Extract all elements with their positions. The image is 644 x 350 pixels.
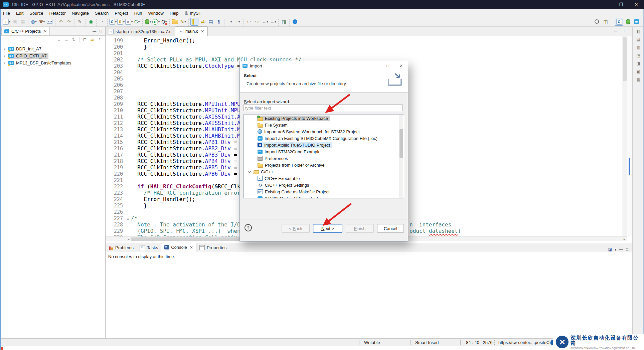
project-row[interactable]: IDEMP13_BSP_BasicTemplates xyxy=(0,59,105,66)
bookmarks-view-icon[interactable]: ▣ xyxy=(635,68,642,75)
dropdown-caret-icon[interactable]: ▾ xyxy=(150,20,151,23)
dropdown-caret-icon[interactable]: ▾ xyxy=(138,20,140,23)
editor-tab-main.c[interactable]: cmain.c✕ xyxy=(175,26,208,36)
maximize-editor-icon[interactable]: □ xyxy=(622,29,624,33)
dropdown-caret-icon[interactable]: ▾ xyxy=(267,20,268,23)
new-c-project-icon[interactable]: C▾ xyxy=(109,18,117,25)
show-whitespace-icon[interactable]: ¶ xyxy=(215,18,222,25)
dropdown-caret-icon[interactable]: ▾ xyxy=(9,20,10,23)
new-c-file-icon[interactable]: c▾ xyxy=(125,18,133,25)
include-browser-icon[interactable]: ▥ xyxy=(635,44,642,51)
chevron-right-icon[interactable] xyxy=(2,47,6,51)
wizard-list-scrollbar[interactable] xyxy=(399,115,404,198)
menu-item-run[interactable]: Run xyxy=(131,9,145,17)
link-editor-icon[interactable]: ⇄ xyxy=(199,18,206,25)
status-url[interactable]: https://sw-center....positeConte xyxy=(498,339,558,346)
filter-input[interactable] xyxy=(243,105,403,111)
save-icon[interactable]: ▣ xyxy=(11,18,18,25)
next-annotation-icon[interactable]: ↓▾ xyxy=(226,18,233,25)
next-button[interactable]: Next > xyxy=(313,224,342,233)
wizard-item[interactable]: C++Existing Code as Makefile Project xyxy=(244,188,404,195)
close-icon[interactable]: ✕ xyxy=(201,29,204,34)
forward-icon[interactable]: →▾ xyxy=(269,18,277,25)
build-binary-icon[interactable]: 010 xyxy=(46,18,53,25)
tab-console[interactable]: Console✕ xyxy=(161,243,196,252)
project-row[interactable]: IDEGPIO_EXTI_A7 xyxy=(0,52,105,59)
external-tools-icon[interactable]: ✎▾ xyxy=(179,18,187,25)
new-wizard-icon[interactable]: +▾ xyxy=(3,18,10,25)
menu-item-edit[interactable]: Edit xyxy=(13,9,26,17)
maximize-panel-icon[interactable]: □ xyxy=(626,247,628,252)
chevron-down-icon[interactable] xyxy=(248,170,251,173)
debug-icon[interactable]: ▾ xyxy=(144,18,152,25)
mx-perspective-icon[interactable]: MX xyxy=(633,18,640,25)
dropdown-caret-icon[interactable]: ▾ xyxy=(115,20,117,23)
dropdown-caret-icon[interactable]: ▾ xyxy=(158,20,160,23)
last-edit-location-icon[interactable]: ↩ xyxy=(245,18,253,25)
pin-editor-icon[interactable]: ◨ xyxy=(280,18,288,25)
wizard-item[interactable]: Import ac6 System Workbench for STM32 Pr… xyxy=(244,128,404,135)
dropdown-caret-icon[interactable]: ▾ xyxy=(230,20,232,23)
editor-vertical-scrollbar[interactable] xyxy=(622,36,627,236)
back-icon[interactable]: ←▾ xyxy=(261,18,269,25)
editor-tab-startup_stm32mp135c_ca7.c[interactable]: cstartup_stm32mp135c_ca7.c xyxy=(106,27,175,36)
dropdown-caret-icon[interactable]: ▾ xyxy=(184,20,186,23)
menu-item-help[interactable]: Help xyxy=(167,9,182,17)
save-all-icon[interactable]: ▦ xyxy=(19,18,26,25)
cpp-perspective-icon[interactable]: C xyxy=(615,18,623,26)
dropdown-caret-icon[interactable]: ▾ xyxy=(123,20,125,23)
dialog-title-bar[interactable]: IDE Import —□✕ xyxy=(240,61,408,70)
menu-item-source[interactable]: Source xyxy=(26,9,46,17)
wizard-item[interactable]: aImport Atollic TrueSTUDIO Project xyxy=(244,142,404,148)
menu-item-file[interactable]: File xyxy=(0,9,13,17)
menu-item-refactor[interactable]: Refactor xyxy=(46,9,69,17)
dropdown-caret-icon[interactable]: ▾ xyxy=(238,20,240,23)
dialog-close-icon[interactable]: ✕ xyxy=(394,61,408,70)
menu-item-project[interactable]: Project xyxy=(112,9,131,17)
software-update-icon[interactable]: ◉ xyxy=(87,18,95,25)
wizard-item[interactable]: cC/C++ Executable xyxy=(244,175,404,182)
flash-download-icon[interactable]: ◍▾ xyxy=(30,18,37,25)
help-button[interactable]: ? xyxy=(245,224,252,231)
tab-properties[interactable]: Properties xyxy=(196,243,229,252)
wizard-item[interactable]: Existing Projects into Workspace xyxy=(244,115,404,122)
maximize-view-icon[interactable]: □ xyxy=(100,29,102,33)
close-icon[interactable]: ✕ xyxy=(43,29,47,34)
build-icon[interactable]: ⚒▾ xyxy=(38,18,45,25)
dialog-minimize-icon[interactable]: — xyxy=(368,61,381,70)
chevron-right-icon[interactable] xyxy=(2,61,6,65)
undo-icon[interactable]: ↶ xyxy=(57,18,64,25)
minimize-icon[interactable]: — xyxy=(598,0,613,9)
refresh-icon[interactable]: ↻ xyxy=(71,37,77,43)
scroll-right-icon[interactable]: ▸ xyxy=(622,237,627,241)
dropdown-caret-icon[interactable]: ▾ xyxy=(35,20,37,23)
maximize-icon[interactable]: ❐ xyxy=(613,0,629,9)
back-icon[interactable]: ← xyxy=(56,37,62,43)
close-icon[interactable]: ✕ xyxy=(190,245,193,250)
forward-icon[interactable]: → xyxy=(63,37,69,43)
outline-view-icon[interactable]: ▤ xyxy=(635,36,642,43)
menu-item-myst[interactable]: myST xyxy=(182,9,204,17)
view-menu-icon[interactable]: ⋮ xyxy=(97,37,103,43)
display-console-icon[interactable]: ▾ xyxy=(615,247,617,252)
wizard-item[interactable]: IDESTM32 Cortex-M Executable xyxy=(244,195,404,198)
wizard-item[interactable]: MXImport an Existing STM32CubeMX Configu… xyxy=(244,135,404,142)
dropdown-caret-icon[interactable]: ▾ xyxy=(131,20,133,23)
minimize-editor-icon[interactable]: — xyxy=(614,29,617,33)
wizard-item[interactable]: IDEImport STM32Cube Example xyxy=(244,148,404,155)
generate-code-icon[interactable]: G▾ xyxy=(133,18,141,25)
close-icon[interactable]: ✕ xyxy=(629,0,644,9)
run-icon[interactable]: ▶▾ xyxy=(152,18,160,25)
info-icon[interactable]: i xyxy=(291,18,299,25)
tab-problems[interactable]: Problems xyxy=(106,243,137,252)
collapse-all-icon[interactable]: ⊟ xyxy=(82,37,88,43)
search-view-icon[interactable]: ◨ xyxy=(635,60,642,67)
wizard-item[interactable]: Projects from Folder or Archive xyxy=(244,162,404,168)
terminal-view-icon[interactable]: ▦ xyxy=(635,76,642,83)
menu-item-window[interactable]: Window xyxy=(145,9,167,17)
tab-tasks[interactable]: Tasks xyxy=(137,243,161,252)
cancel-button[interactable]: Cancel xyxy=(377,224,404,233)
menu-item-search[interactable]: Search xyxy=(92,9,112,17)
scroll-left-icon[interactable]: ◂ xyxy=(126,237,131,241)
history-icon[interactable]: ◔ xyxy=(98,18,106,25)
